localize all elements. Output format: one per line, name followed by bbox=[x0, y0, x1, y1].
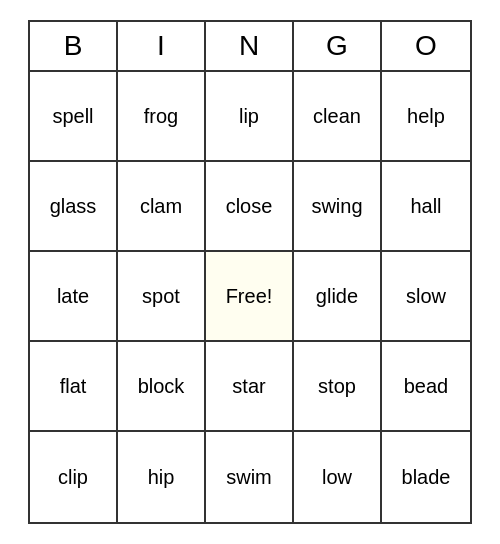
header-cell: B bbox=[30, 22, 118, 70]
cell-r0-c4[interactable]: help bbox=[382, 72, 470, 162]
cell-r1-c3[interactable]: swing bbox=[294, 162, 382, 252]
cell-r1-c4[interactable]: hall bbox=[382, 162, 470, 252]
cell-r2-c2[interactable]: Free! bbox=[206, 252, 294, 342]
cell-r2-c1[interactable]: spot bbox=[118, 252, 206, 342]
cell-r1-c0[interactable]: glass bbox=[30, 162, 118, 252]
cell-r2-c3[interactable]: glide bbox=[294, 252, 382, 342]
header-cell: G bbox=[294, 22, 382, 70]
header-cell: I bbox=[118, 22, 206, 70]
cell-r4-c3[interactable]: low bbox=[294, 432, 382, 522]
cell-r1-c2[interactable]: close bbox=[206, 162, 294, 252]
cell-r0-c3[interactable]: clean bbox=[294, 72, 382, 162]
bingo-card: BINGO spellfroglipcleanhelpglassclamclos… bbox=[28, 20, 472, 524]
cell-r1-c1[interactable]: clam bbox=[118, 162, 206, 252]
cell-r4-c0[interactable]: clip bbox=[30, 432, 118, 522]
cell-r3-c3[interactable]: stop bbox=[294, 342, 382, 432]
header-cell: N bbox=[206, 22, 294, 70]
cell-r4-c1[interactable]: hip bbox=[118, 432, 206, 522]
bingo-header: BINGO bbox=[30, 22, 470, 72]
cell-r3-c0[interactable]: flat bbox=[30, 342, 118, 432]
cell-r2-c0[interactable]: late bbox=[30, 252, 118, 342]
cell-r0-c2[interactable]: lip bbox=[206, 72, 294, 162]
cell-r4-c2[interactable]: swim bbox=[206, 432, 294, 522]
cell-r2-c4[interactable]: slow bbox=[382, 252, 470, 342]
cell-r3-c2[interactable]: star bbox=[206, 342, 294, 432]
header-cell: O bbox=[382, 22, 470, 70]
bingo-grid: spellfroglipcleanhelpglassclamcloseswing… bbox=[30, 72, 470, 522]
cell-r3-c1[interactable]: block bbox=[118, 342, 206, 432]
cell-r0-c1[interactable]: frog bbox=[118, 72, 206, 162]
cell-r4-c4[interactable]: blade bbox=[382, 432, 470, 522]
cell-r0-c0[interactable]: spell bbox=[30, 72, 118, 162]
cell-r3-c4[interactable]: bead bbox=[382, 342, 470, 432]
